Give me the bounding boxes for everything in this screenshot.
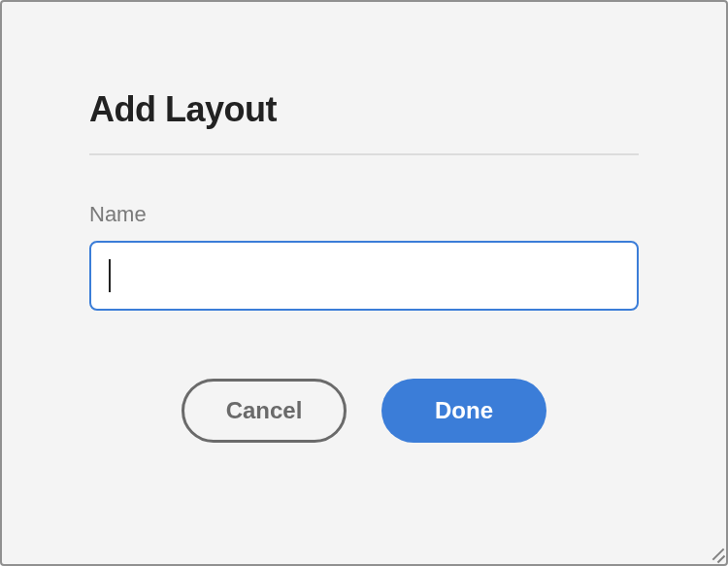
done-button[interactable]: Done <box>381 379 546 443</box>
name-label: Name <box>89 202 639 227</box>
button-row: Cancel Done <box>89 379 639 443</box>
dialog-title: Add Layout <box>89 89 639 130</box>
name-input[interactable] <box>89 241 639 311</box>
cancel-button[interactable]: Cancel <box>182 379 347 443</box>
add-layout-dialog: Add Layout Name Cancel Done <box>0 0 728 566</box>
name-input-wrapper <box>89 241 639 311</box>
resize-handle-icon <box>707 545 724 562</box>
divider <box>89 153 639 155</box>
